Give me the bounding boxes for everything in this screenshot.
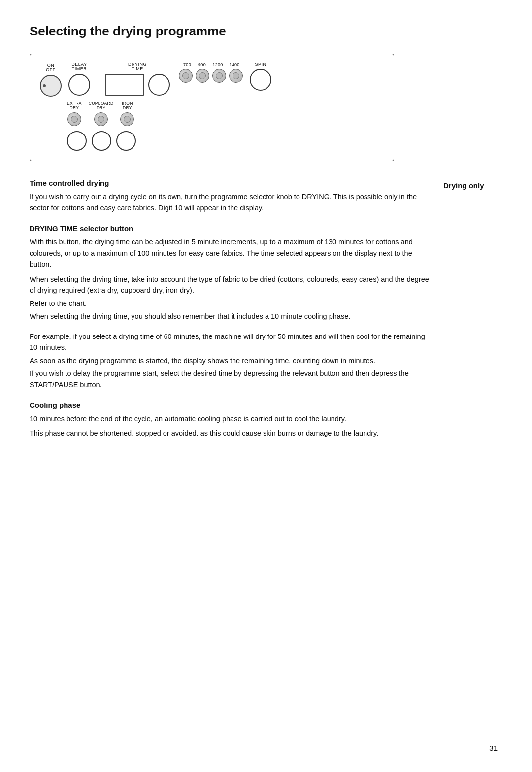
main-content: Time controlled drying If you wish to ca… [30, 179, 443, 449]
drying-time-label: DRYING TIME [128, 62, 147, 72]
spin-knob[interactable] [250, 69, 271, 91]
on-off-label: ON OFF [46, 63, 56, 73]
speed-700-led[interactable] [179, 69, 193, 83]
drying-time-para-1: With this button, the drying time can be… [30, 236, 433, 269]
drying-only-label: Drying only [443, 181, 502, 191]
section-drying-time: DRYING TIME selector button With this bu… [30, 224, 433, 390]
speed-900-label: 900 [195, 62, 209, 67]
delay-timer-label: DELAY TIMER [71, 62, 87, 72]
cooling-phase-heading: Cooling phase [30, 401, 433, 409]
speed-1200-led[interactable] [212, 69, 226, 83]
drying-time-para-2: When selecting the drying time, take int… [30, 274, 433, 296]
drying-time-para-3: Refer to the chart. [30, 298, 433, 309]
time-controlled-text: If you wish to carry out a drying cycle … [30, 191, 433, 213]
drying-time-para-6: For example, if you select a drying time… [30, 331, 433, 353]
page-title: Selecting the drying programme [30, 24, 502, 39]
drying-time-para-7: As soon as the drying programme is start… [30, 355, 433, 366]
page-number: 31 [489, 744, 498, 752]
iron-dry-led[interactable] [120, 112, 134, 126]
control-panel-diagram: ON OFF DELAY TIMER DRYING TIME [30, 54, 394, 161]
speed-1400-label: 1400 [226, 62, 243, 67]
bottom-button-3[interactable] [116, 131, 136, 151]
time-controlled-heading: Time controlled drying [30, 179, 433, 187]
on-off-knob[interactable] [40, 75, 62, 97]
bottom-button-2[interactable] [92, 131, 111, 151]
cooling-phase-para-1: 10 minutes before the end of the cycle, … [30, 413, 433, 424]
drying-time-heading: DRYING TIME selector button [30, 224, 433, 233]
sidebar: Drying only [443, 179, 502, 449]
cooling-phase-para-2: This phase cannot be shortened, stopped … [30, 428, 433, 438]
delay-timer-knob[interactable] [68, 74, 90, 96]
extra-dry-label: EXTRA DRY [67, 101, 82, 111]
drying-time-button[interactable] [148, 74, 170, 96]
speed-900-led[interactable] [196, 69, 209, 83]
iron-dry-label: IRON DRY [122, 101, 133, 111]
spin-label: SPIN [255, 62, 266, 67]
section-time-controlled: Time controlled drying If you wish to ca… [30, 179, 433, 213]
section-cooling-phase: Cooling phase 10 minutes before the end … [30, 401, 433, 438]
cupboard-dry-led[interactable] [94, 112, 108, 126]
extra-dry-led[interactable] [67, 112, 81, 126]
speed-1200-label: 1200 [209, 62, 226, 67]
cupboard-dry-label: CUPBOARD DRY [89, 101, 114, 111]
drying-time-display [105, 74, 144, 96]
drying-time-para-8: If you wish to delay the programme start… [30, 368, 433, 390]
speed-700-label: 700 [180, 62, 195, 67]
speed-1400-led[interactable] [229, 69, 243, 83]
bottom-button-1[interactable] [67, 131, 87, 151]
drying-time-para-4: When selecting the drying time, you shou… [30, 311, 433, 322]
